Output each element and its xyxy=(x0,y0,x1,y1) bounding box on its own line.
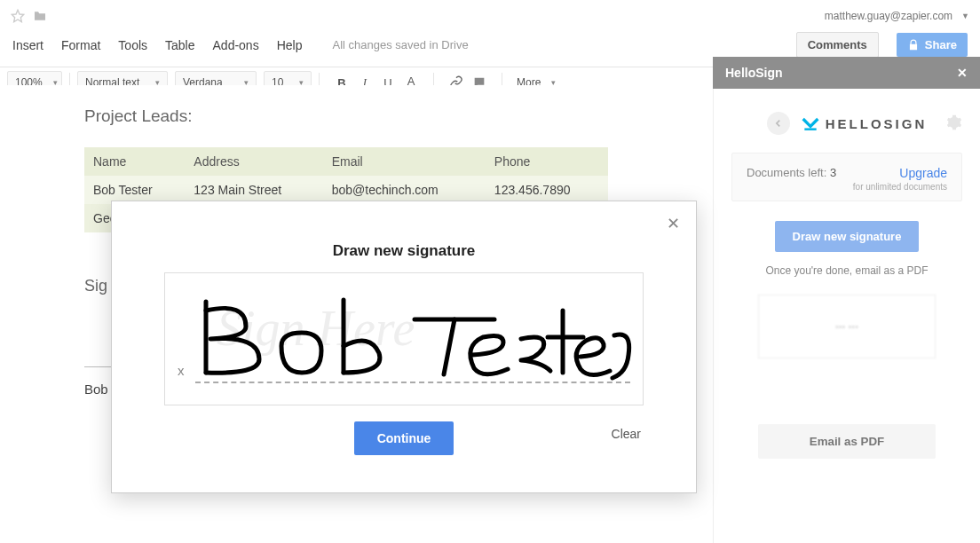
user-email[interactable]: matthew.guay@zapier.com xyxy=(825,10,952,22)
col-address: Address xyxy=(185,147,322,176)
hellosign-panel: HELLOSIGN Documents left: 3 Upgrade for … xyxy=(713,89,980,543)
star-icon[interactable] xyxy=(11,9,25,23)
modal-title: Draw new signature xyxy=(112,242,696,260)
menu-insert[interactable]: Insert xyxy=(12,38,43,52)
share-label: Share xyxy=(925,38,957,51)
col-email: Email xyxy=(323,147,486,176)
menu-format[interactable]: Format xyxy=(61,38,100,52)
folder-icon[interactable] xyxy=(32,9,48,23)
panel-hint: Once you're done, email as a PDF xyxy=(765,264,928,277)
menu-help[interactable]: Help xyxy=(277,38,303,52)
draw-signature-button[interactable]: Draw new signature xyxy=(775,221,920,252)
docs-left-value: 3 xyxy=(830,166,836,179)
clear-signature-link[interactable]: Clear xyxy=(612,427,641,441)
menu-table[interactable]: Table xyxy=(165,38,194,52)
draw-signature-modal: ✕ Draw new signature Sign Here x xyxy=(111,201,697,493)
upgrade-subtext: for unlimited documents xyxy=(853,182,947,192)
continue-button[interactable]: Continue xyxy=(354,421,454,455)
col-phone: Phone xyxy=(486,147,608,176)
signature-canvas[interactable]: Sign Here x xyxy=(164,272,644,405)
comments-button[interactable]: Comments xyxy=(796,32,879,58)
hellosign-mark-icon xyxy=(801,114,820,132)
hellosign-logo: HELLOSIGN xyxy=(801,114,928,132)
close-icon[interactable]: ✕ xyxy=(957,66,968,80)
docs-left-label: Documents left: xyxy=(747,166,826,179)
page-title: Project Leads: xyxy=(84,106,617,126)
menu-tools[interactable]: Tools xyxy=(118,38,147,52)
lock-icon xyxy=(907,39,920,51)
handwritten-signature xyxy=(197,284,632,390)
signature-x-label: x xyxy=(178,363,185,378)
addon-title: HelloSign xyxy=(725,66,783,80)
close-icon[interactable]: ✕ xyxy=(667,214,680,233)
svg-marker-0 xyxy=(12,10,23,21)
document-quota-box: Documents left: 3 Upgrade for unlimited … xyxy=(731,153,962,201)
signature-preview: ••• ••• xyxy=(758,295,936,358)
gear-icon[interactable] xyxy=(946,114,962,133)
email-pdf-button[interactable]: Email as PDF xyxy=(758,424,936,459)
share-button[interactable]: Share xyxy=(897,33,968,57)
menu-addons[interactable]: Add-ons xyxy=(213,38,259,52)
col-name: Name xyxy=(84,147,185,176)
brand-text: HELLOSIGN xyxy=(826,116,928,131)
upgrade-link[interactable]: Upgrade xyxy=(899,166,947,180)
back-icon[interactable] xyxy=(767,112,790,135)
save-status: All changes saved in Drive xyxy=(332,38,468,51)
chevron-down-icon[interactable]: ▼ xyxy=(961,12,969,20)
